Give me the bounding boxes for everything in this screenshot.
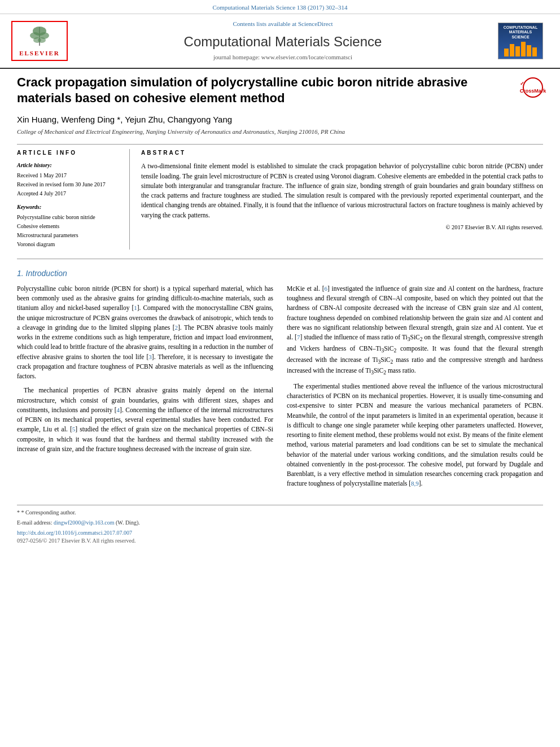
history-label: Article history: <box>17 161 120 169</box>
keyword-2: Cohesive elements <box>17 222 120 230</box>
body-left-column: Polycrystalline cubic boron nitride (PCB… <box>17 284 273 493</box>
article-info-column: ARTICLE INFO Article history: Received 1… <box>17 149 130 250</box>
abstract-column: ABSTRACT A two-dimensional finite elemen… <box>141 149 543 250</box>
email-address[interactable]: dingwf2000@vip.163.com <box>54 519 115 526</box>
article-info-label: ARTICLE INFO <box>17 149 120 157</box>
page-wrapper: Computational Materials Science 138 (201… <box>0 0 560 556</box>
logo-bar-2 <box>510 44 514 56</box>
journal-title: Computational Materials Science <box>73 32 492 51</box>
logo-bar-1 <box>504 49 509 56</box>
authors-line: Xin Huang, Wenfeng Ding *, Yejun Zhu, Ch… <box>17 113 543 125</box>
abstract-label: ABSTRACT <box>141 149 543 157</box>
journal-reference: Computational Materials Science 138 (201… <box>212 4 347 11</box>
ref-6: 6 <box>325 285 328 292</box>
elsevier-tree-icon <box>23 24 56 47</box>
accepted-date: Accepted 4 July 2017 <box>17 190 120 198</box>
body-right-column: McKie et al. [6] investigated the influe… <box>287 284 543 493</box>
email-label: E-mail address: <box>17 519 52 526</box>
crossmark-circle: ✓ CrossMark <box>523 77 543 98</box>
journal-center-info: Contents lists available at ScienceDirec… <box>73 20 492 62</box>
journal-header: ELSEVIER Contents lists available at Sci… <box>0 14 560 68</box>
star-symbol: * <box>17 509 21 516</box>
abstract-text: A two-dimensional finite element model i… <box>141 161 543 220</box>
journal-reference-bar: Computational Materials Science 138 (201… <box>0 0 560 14</box>
svg-point-5 <box>38 37 46 43</box>
divider-top <box>17 144 543 145</box>
article-content: ✓ CrossMark Crack propagation simulation… <box>0 69 560 556</box>
keyword-1: Polycrystalline cubic boron nitride <box>17 213 120 221</box>
body-para-3: McKie et al. [6] investigated the influe… <box>287 284 543 377</box>
journal-homepage: journal homepage: www.elsevier.com/locat… <box>73 53 492 62</box>
email-line: E-mail address: dingwf2000@vip.163.com (… <box>17 519 543 527</box>
sciencedirect-label: Contents lists available at ScienceDirec… <box>73 20 492 28</box>
keyword-4: Voronoi diagram <box>17 241 120 248</box>
journal-logo-box: COMPUTATIONALMATERIALSSCIENCE <box>498 23 543 59</box>
ref-8-9: 8,9 <box>411 480 419 487</box>
crossmark-label: ✓ CrossMark <box>520 80 546 94</box>
logo-bar-4 <box>521 42 526 56</box>
keywords-label: Keywords: <box>17 203 120 211</box>
body-para-1: Polycrystalline cubic boron nitride (PCB… <box>17 284 273 382</box>
crossmark-badge: ✓ CrossMark <box>523 77 543 98</box>
body-section: 1. Introduction Polycrystalline cubic bo… <box>17 268 543 493</box>
body-para-2: The mechanical properties of PCBN abrasi… <box>17 386 273 454</box>
ref-3: 3 <box>148 353 152 360</box>
sciencedirect-link-text[interactable]: ScienceDirect <box>298 20 333 27</box>
article-title: Crack propagation simulation of polycrys… <box>17 75 543 107</box>
elsevier-brand-text: ELSEVIER <box>15 49 64 58</box>
article-info-row: ARTICLE INFO Article history: Received 1… <box>17 149 543 250</box>
received-date: Received 1 May 2017 <box>17 172 120 180</box>
logo-bar-3 <box>515 46 520 56</box>
abstract-copyright: © 2017 Elsevier B.V. All rights reserved… <box>141 224 543 232</box>
doi-link[interactable]: http://dx.doi.org/10.1016/j.commatsci.20… <box>17 529 543 537</box>
ref-2: 2 <box>175 324 178 331</box>
author-names: Xin Huang, Wenfeng Ding *, Yejun Zhu, Ch… <box>17 115 232 124</box>
article-footer: * * Corresponding author. E-mail address… <box>17 505 543 545</box>
keyword-3: Microstructural parameters <box>17 231 120 239</box>
logo-bar-5 <box>527 45 531 56</box>
corresponding-author-note: * * Corresponding author. <box>17 509 543 517</box>
logo-box-title-text: COMPUTATIONALMATERIALSSCIENCE <box>504 25 537 40</box>
affiliation-line: College of Mechanical and Electrical Eng… <box>17 128 543 136</box>
ref-5: 5 <box>72 426 76 433</box>
body-para-4: The experimental studies mentioned above… <box>287 382 543 489</box>
logo-bar-chart <box>504 42 537 56</box>
revised-date: Received in revised form 30 June 2017 <box>17 181 120 189</box>
ref-7: 7 <box>297 334 300 340</box>
ref-1: 1 <box>134 304 137 311</box>
footer-copyright: 0927-0256/© 2017 Elsevier B.V. All right… <box>17 537 543 545</box>
two-column-body: Polycrystalline cubic boron nitride (PCB… <box>17 284 543 493</box>
logo-bar-6 <box>532 47 537 56</box>
corresponding-label: * Corresponding author. <box>21 509 76 516</box>
journal-brand-logo: COMPUTATIONALMATERIALSSCIENCE <box>498 23 549 59</box>
divider-bottom <box>17 259 543 259</box>
section-1-title: 1. Introduction <box>17 268 543 279</box>
email-suffix: (W. Ding). <box>116 519 140 526</box>
elsevier-logo: ELSEVIER <box>11 21 68 61</box>
ref-4: 4 <box>117 407 120 413</box>
